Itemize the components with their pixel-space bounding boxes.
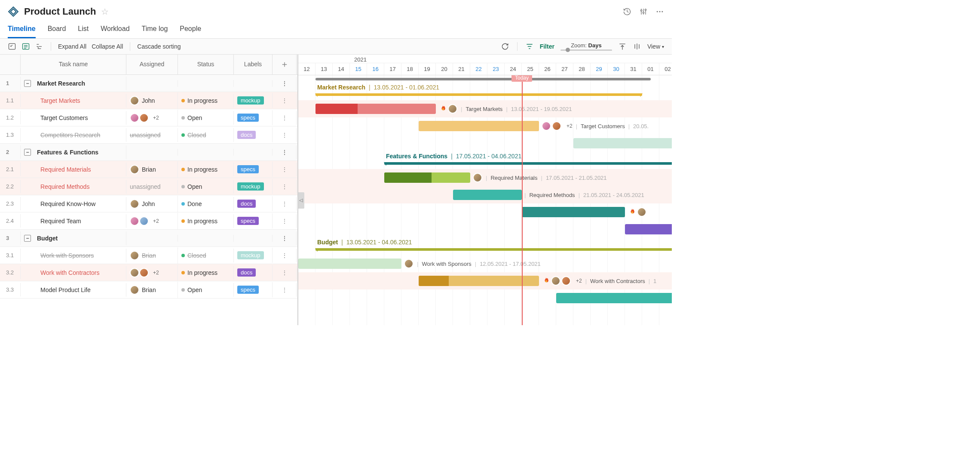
view-dropdown[interactable]: View ▾	[647, 43, 664, 50]
col-status[interactable]: Status	[178, 55, 234, 74]
filter-icon[interactable]	[525, 42, 534, 51]
task-row[interactable]: 1.3Competitors ResearchunassignedClosedd…	[0, 126, 297, 144]
label-tag[interactable]: docs	[237, 200, 256, 208]
task-bar[interactable]	[556, 293, 672, 303]
label-tag[interactable]: specs	[237, 217, 259, 225]
more-menu-icon[interactable]	[655, 7, 664, 16]
export-icon[interactable]	[618, 42, 627, 51]
col-task-name[interactable]: Task name	[21, 55, 126, 74]
label-tag[interactable]: specs	[237, 286, 259, 294]
task-group-row[interactable]: 1−Market Research⋮	[0, 75, 297, 92]
collapse-toggle[interactable]: −	[24, 235, 31, 242]
tab-timeline[interactable]: Timeline	[8, 22, 36, 38]
settings-sliders-icon[interactable]	[639, 7, 648, 16]
hierarchy-icon[interactable]	[35, 42, 44, 51]
task-bar[interactable]	[573, 138, 672, 148]
label-tag[interactable]: docs	[237, 131, 256, 139]
row-menu-icon[interactable]: ⋮	[273, 249, 297, 262]
row-menu-icon[interactable]: ⋮	[273, 214, 297, 228]
task-row[interactable]: 2.2Required MethodsunassignedOpenmockup⋮	[0, 178, 297, 195]
zoom-control[interactable]: Zoom: Days	[560, 42, 612, 51]
col-labels[interactable]: Labels	[234, 55, 273, 74]
bar-dates: 20.05.	[633, 123, 649, 129]
row-menu-icon[interactable]: ⋮	[273, 197, 297, 211]
task-bar[interactable]	[419, 276, 539, 286]
task-row[interactable]: 2.1Required MaterialsBrianIn progressspe…	[0, 161, 297, 178]
task-name: Work with Sponsors	[40, 252, 94, 259]
history-icon[interactable]	[623, 7, 631, 16]
refresh-icon[interactable]	[501, 42, 509, 51]
task-row[interactable]: 2.3Required Know-HowJohnDonedocs⋮	[0, 195, 297, 212]
task-row[interactable]: 2.4Required Team+2In progressspecs⋮	[0, 212, 297, 230]
collapse-toggle[interactable]: −	[24, 149, 31, 156]
filter-button[interactable]: Filter	[540, 43, 554, 50]
row-menu-icon[interactable]: ⋮	[273, 77, 297, 90]
avatar	[130, 216, 139, 226]
grid-collapse-handle[interactable]: ◁	[298, 192, 304, 209]
tab-list[interactable]: List	[78, 22, 89, 38]
label-tag[interactable]: mockup	[237, 251, 264, 259]
task-bar[interactable]	[419, 121, 539, 131]
task-bar[interactable]	[522, 207, 625, 217]
label-tag[interactable]: specs	[237, 165, 259, 173]
task-bar[interactable]	[384, 172, 470, 183]
row-menu-icon[interactable]: ⋮	[273, 128, 297, 142]
tab-board[interactable]: Board	[48, 22, 66, 38]
tab-time-log[interactable]: Time log	[142, 22, 168, 38]
svg-point-3	[657, 11, 658, 12]
status-dot	[181, 271, 185, 274]
task-group-row[interactable]: 2−Features & Functions⋮	[0, 144, 297, 161]
row-menu-icon[interactable]: ⋮	[273, 111, 297, 125]
row-menu-icon[interactable]: ⋮	[273, 231, 297, 245]
status-text: Done	[187, 200, 202, 207]
assignee-name: John	[142, 97, 155, 104]
group-bar[interactable]	[384, 162, 672, 165]
task-panel-icon[interactable]	[8, 42, 16, 51]
task-row[interactable]: 3.1Work with SponsorsBrianClosedmockup⋮	[0, 247, 297, 264]
col-assigned[interactable]: Assigned	[126, 55, 178, 74]
more-assignees: +2	[576, 278, 582, 284]
row-menu-icon[interactable]: ⋮	[273, 266, 297, 280]
expand-all-button[interactable]: Expand All	[58, 43, 86, 50]
task-row[interactable]: 1.2Target Customers+2Openspecs⋮	[0, 109, 297, 126]
svg-rect-6	[9, 43, 15, 49]
columns-icon[interactable]	[633, 42, 641, 51]
avatar	[139, 268, 149, 277]
zoom-slider[interactable]	[560, 49, 612, 51]
favorite-star-icon[interactable]: ☆	[101, 6, 109, 17]
row-menu-icon[interactable]: ⋮	[273, 180, 297, 194]
row-menu-icon[interactable]: ⋮	[273, 145, 297, 159]
row-menu-icon[interactable]: ⋮	[273, 163, 297, 176]
task-row[interactable]: 1.1Target MarketsJohnIn progressmockup⋮	[0, 92, 297, 109]
task-bar[interactable]	[315, 104, 436, 114]
label-tag[interactable]: specs	[237, 114, 259, 122]
label-tag[interactable]: mockup	[237, 96, 264, 105]
group-bar[interactable]	[315, 248, 672, 251]
task-bar[interactable]	[298, 259, 401, 269]
task-bar[interactable]	[453, 190, 522, 200]
gantt-scrollbar[interactable]	[315, 78, 651, 80]
avatar	[130, 285, 139, 295]
collapse-toggle[interactable]: −	[24, 80, 31, 87]
label-tag[interactable]: docs	[237, 268, 256, 277]
row-menu-icon[interactable]: ⋮	[273, 94, 297, 108]
add-column-button[interactable]	[273, 55, 297, 74]
task-row[interactable]: 3.3Model Product LifeBrianOpenspecs⋮	[0, 281, 297, 299]
status-text: Closed	[187, 252, 206, 259]
task-bar[interactable]	[625, 224, 672, 234]
gantt-chart[interactable]: 2021 12131415161718192021222324252627282…	[298, 55, 672, 325]
row-menu-icon[interactable]: ⋮	[273, 283, 297, 297]
task-group-row[interactable]: 3−Budget⋮	[0, 230, 297, 247]
label-tag[interactable]: mockup	[237, 182, 264, 191]
task-row[interactable]: 3.2Work with Contractors+2In progressdoc…	[0, 264, 297, 281]
group-bar[interactable]	[315, 93, 642, 96]
tab-people[interactable]: People	[180, 22, 201, 38]
status-dot	[181, 219, 185, 223]
cascade-sorting-button[interactable]: Cascade sorting	[137, 43, 181, 50]
tab-workload[interactable]: Workload	[101, 22, 129, 38]
baseline-icon[interactable]	[21, 42, 30, 51]
collapse-all-button[interactable]: Collapse All	[92, 43, 123, 50]
day-cell: 19	[419, 63, 436, 75]
row-number: 3.3	[0, 283, 21, 296]
status-text: Open	[187, 114, 202, 121]
